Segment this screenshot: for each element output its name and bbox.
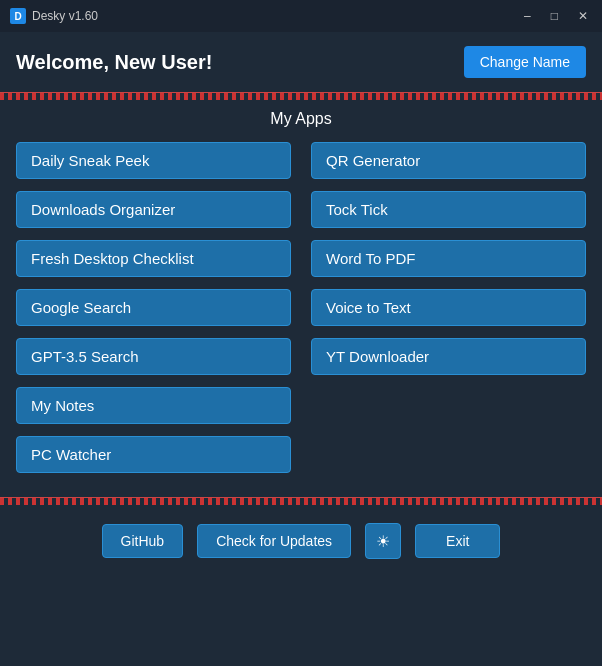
theme-icon: ☀ bbox=[376, 532, 390, 551]
yt-downloader-button[interactable]: YT Downloader bbox=[311, 338, 586, 375]
pc-watcher-button[interactable]: PC Watcher bbox=[16, 436, 291, 473]
main-content: My Apps Daily Sneak Peek QR Generator Do… bbox=[0, 100, 602, 483]
app-icon: D bbox=[10, 8, 26, 24]
header: Welcome, New User! Change Name bbox=[0, 32, 602, 92]
close-button[interactable]: ✕ bbox=[574, 7, 592, 25]
apps-grid: Daily Sneak Peek QR Generator Downloads … bbox=[16, 142, 586, 473]
github-button[interactable]: GitHub bbox=[102, 524, 184, 558]
minimize-button[interactable]: – bbox=[520, 7, 535, 25]
title-bar-controls: – □ ✕ bbox=[520, 7, 592, 25]
my-notes-button[interactable]: My Notes bbox=[16, 387, 291, 424]
footer: GitHub Check for Updates ☀ Exit bbox=[0, 505, 602, 577]
change-name-button[interactable]: Change Name bbox=[464, 46, 586, 78]
google-search-button[interactable]: Google Search bbox=[16, 289, 291, 326]
qr-generator-button[interactable]: QR Generator bbox=[311, 142, 586, 179]
voice-to-text-button[interactable]: Voice to Text bbox=[311, 289, 586, 326]
welcome-text: Welcome, New User! bbox=[16, 51, 212, 74]
word-to-pdf-button[interactable]: Word To PDF bbox=[311, 240, 586, 277]
title-bar-left: D Desky v1.60 bbox=[10, 8, 98, 24]
check-updates-button[interactable]: Check for Updates bbox=[197, 524, 351, 558]
daily-sneak-peek-button[interactable]: Daily Sneak Peek bbox=[16, 142, 291, 179]
title-bar: D Desky v1.60 – □ ✕ bbox=[0, 0, 602, 32]
bottom-divider bbox=[0, 497, 602, 505]
theme-toggle-button[interactable]: ☀ bbox=[365, 523, 401, 559]
maximize-button[interactable]: □ bbox=[547, 7, 562, 25]
tock-tick-button[interactable]: Tock Tick bbox=[311, 191, 586, 228]
top-divider bbox=[0, 92, 602, 100]
exit-button[interactable]: Exit bbox=[415, 524, 500, 558]
app-title: Desky v1.60 bbox=[32, 9, 98, 23]
gpt-search-button[interactable]: GPT-3.5 Search bbox=[16, 338, 291, 375]
section-title: My Apps bbox=[16, 110, 586, 128]
downloads-organizer-button[interactable]: Downloads Organizer bbox=[16, 191, 291, 228]
fresh-desktop-checklist-button[interactable]: Fresh Desktop Checklist bbox=[16, 240, 291, 277]
